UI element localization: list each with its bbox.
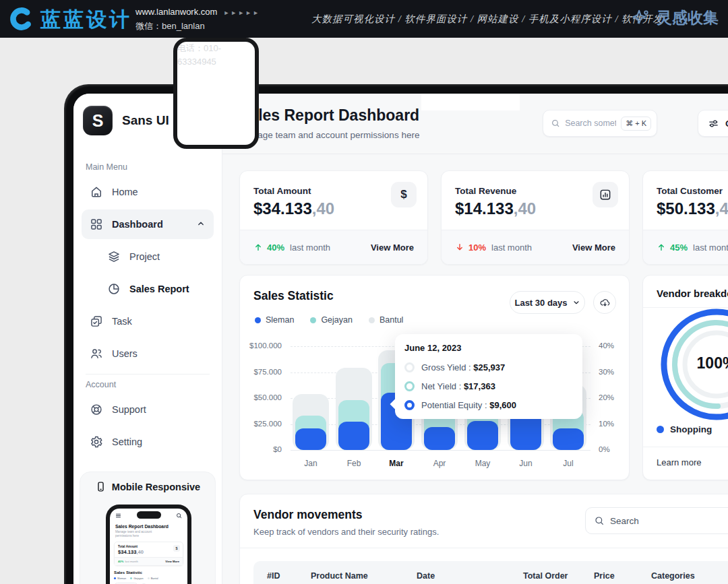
tooltip-row: Gross Yield : $25,937 <box>404 358 573 377</box>
dollar-icon: $ <box>173 545 180 552</box>
users-icon <box>90 347 103 360</box>
y-axis-tick-right: 40% <box>599 342 614 350</box>
sales-statistic-card: Sales Statistic SlemanGejayanBantul Last… <box>239 275 630 480</box>
x-axis-label-may: May <box>462 459 503 468</box>
table-header-row: #IDProduct NameDateTotal OrderPriceCateg… <box>253 561 728 584</box>
trend-percent: 45% <box>670 242 688 253</box>
sidebar-item-setting[interactable]: Setting <box>82 427 214 457</box>
mobile-responsive-card: Mobile Responsive Sales Report Dashboard… <box>80 472 216 584</box>
x-axis-label-jun: Jun <box>506 459 546 468</box>
table-search[interactable] <box>585 507 728 534</box>
bar-apr-sleman[interactable] <box>424 427 455 450</box>
sales-statistic-title: Sales Statistic <box>253 289 334 303</box>
customize-button[interactable]: Customize <box>698 110 728 137</box>
column-header-date[interactable]: Date <box>417 571 435 581</box>
legend-item-gejayan: Gejayan <box>310 315 353 325</box>
stat-card-total-amount: Total Amount $34.133,40 $ 40% last month… <box>239 170 428 265</box>
header-divider <box>222 154 728 154</box>
global-search[interactable]: ⌘ + K <box>543 110 657 137</box>
arrow-down-icon <box>455 242 464 252</box>
stat-card-total-revenue: Total Revenue $14.133,40 10% last month … <box>441 170 630 265</box>
tooltip-row: Potential Equity : $9,600 <box>404 395 573 414</box>
pie-icon <box>107 282 121 296</box>
donut-legend: Shopping <box>657 424 728 434</box>
view-more-link[interactable]: View More <box>371 242 414 253</box>
tooltip-date: June 12, 2023 <box>404 343 573 353</box>
column-header-total-order[interactable]: Total Order <box>523 571 568 581</box>
promo-banner: 蓝蓝设计 www.lanlanwork.com►►►►► 微信：ben_lanl… <box>0 0 728 38</box>
bar-jul-sleman[interactable] <box>553 428 584 450</box>
browser-tab-remnant <box>421 94 520 110</box>
column-header-price[interactable]: Price <box>594 571 615 581</box>
stat-label: Total Amount <box>253 186 311 196</box>
trend-percent: 10% <box>468 242 486 253</box>
trend-percent: 40% <box>267 242 284 253</box>
mobile-card-title: Mobile Responsive <box>80 481 215 492</box>
stat-value: $14.133,40 <box>455 199 536 218</box>
x-axis-label-jul: Jul <box>548 459 588 468</box>
layers-icon <box>107 250 121 263</box>
phone-stat-card: Total Amount $34.133,40 $ 40% last month… <box>114 542 183 566</box>
bar-jan-sleman[interactable] <box>295 428 326 450</box>
stat-value: $34.133,40 <box>253 199 334 218</box>
donut-legend-item: Shopping <box>657 424 712 434</box>
search-input[interactable] <box>565 119 616 128</box>
cloud-download-icon <box>599 297 611 309</box>
gear-icon <box>90 435 103 449</box>
y-axis-tick-left: $100.000 <box>245 342 282 350</box>
export-download-button[interactable] <box>593 291 616 314</box>
sidebar-nav: Main MenuHomeDashboardProjectSales Repor… <box>73 148 222 457</box>
sidebar-item-task[interactable]: Task <box>82 306 214 336</box>
stat-label: Total Customer <box>657 186 723 196</box>
sidebar-item-home[interactable]: Home <box>82 177 214 207</box>
home-icon <box>90 185 103 199</box>
chart-tooltip: June 12, 2023 Gross Yield : $25,937 Net … <box>395 334 582 419</box>
task-icon <box>90 315 103 328</box>
phone-notch <box>137 511 161 519</box>
search-icon <box>594 515 605 526</box>
y-axis-tick-left: $0 <box>245 445 282 453</box>
legend-item-bantul: Bantul <box>369 315 403 325</box>
y-axis-tick-right: 20% <box>599 393 614 401</box>
column-header--id[interactable]: #ID <box>267 571 280 581</box>
search-icon <box>551 118 560 129</box>
banner-website[interactable]: www.lanlanwork.com <box>135 7 217 17</box>
y-axis-tick-right: 10% <box>599 420 614 428</box>
laptop-frame: S Sans UI Main MenuHomeDashboardProjectS… <box>64 84 728 584</box>
y-axis-tick-left: $50.000 <box>245 393 282 401</box>
bar-may-sleman[interactable] <box>467 421 498 450</box>
stat-footer: 45% last month View More <box>643 230 728 264</box>
sansui-logo-icon: S <box>83 106 113 135</box>
sparkle-icon <box>630 8 650 28</box>
chevron-down-icon <box>572 298 580 306</box>
banner-collect: 灵感收集 <box>630 7 719 28</box>
column-header-product-name[interactable]: Product Name <box>311 571 368 581</box>
banner-arrows: ►►►►► <box>223 9 260 16</box>
sidebar-item-dashboard[interactable]: Dashboard <box>82 209 214 239</box>
bar-feb-sleman[interactable] <box>338 422 369 450</box>
ring-icon <box>404 381 415 391</box>
trend-note: last month <box>693 242 728 253</box>
column-header-categories[interactable]: Categories <box>651 571 695 581</box>
sidebar-item-sales-report[interactable]: Sales Report <box>82 274 214 304</box>
sidebar-item-support[interactable]: Support <box>82 395 214 424</box>
banner-collect-label: 灵感收集 <box>657 7 719 28</box>
buoy-icon <box>90 403 103 416</box>
sidebar-item-users[interactable]: Users <box>82 339 214 368</box>
period-dropdown[interactable]: Last 30 days <box>510 291 585 314</box>
sliders-icon <box>708 118 719 129</box>
donut-center-value: 100% <box>683 354 728 372</box>
table-search-input[interactable] <box>610 516 718 526</box>
ring-icon <box>404 400 415 410</box>
sidebar-item-project[interactable]: Project <box>82 242 214 271</box>
phone-page-subtitle: Manage team and account permissions here <box>115 530 164 538</box>
chevron-up-icon <box>196 219 206 228</box>
learn-more-link[interactable]: Learn more <box>657 457 701 467</box>
stat-label: Total Revenue <box>455 186 516 196</box>
grid-icon <box>90 218 103 231</box>
page-title: Sales Report Dashboard <box>239 106 419 125</box>
view-more-link[interactable]: View More <box>572 242 615 253</box>
hamburger-icon <box>115 513 121 519</box>
divider <box>643 447 728 447</box>
y-axis-tick-left: $25.000 <box>245 420 282 428</box>
